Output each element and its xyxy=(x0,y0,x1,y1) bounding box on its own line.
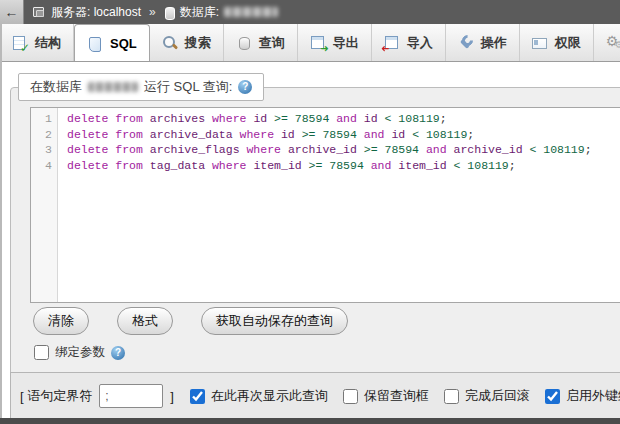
token-id: archive_id xyxy=(454,143,530,156)
token-pun: ; xyxy=(509,159,516,172)
back-arrow-icon: ← xyxy=(5,4,19,20)
token-id: id xyxy=(391,128,412,141)
token-kw: delete from xyxy=(67,128,150,141)
token-id: archive_data xyxy=(150,128,240,141)
tab-routines[interactable] xyxy=(594,24,620,61)
sql-icon xyxy=(87,36,103,52)
token-id: item_id xyxy=(253,159,308,172)
footer-option-label: 启用外键约束 xyxy=(566,387,620,405)
token-kw: delete from xyxy=(67,112,150,125)
bind-parameters-label: 绑定参数 xyxy=(55,344,105,361)
tab-SQL[interactable]: SQL xyxy=(74,24,150,62)
delimiter-open-bracket: [ xyxy=(20,389,24,404)
token-id: item_id xyxy=(398,159,453,172)
editor-code[interactable]: delete from archives where id >= 78594 a… xyxy=(58,108,592,302)
query-box-legend: 在数据库 运行 SQL 查询: ? xyxy=(18,73,264,101)
footer-option-label: 保留查询框 xyxy=(364,387,429,405)
token-id: id xyxy=(253,112,274,125)
footer-option-checkbox[interactable] xyxy=(444,389,459,404)
tab-label: 查询 xyxy=(259,34,285,52)
token-id: id xyxy=(281,128,302,141)
token-num: >= 78594 xyxy=(274,112,336,125)
tab-label: 操作 xyxy=(481,34,507,52)
privileges-icon xyxy=(532,35,548,51)
footer-option-checkbox[interactable] xyxy=(545,389,560,404)
footer-option: 保留查询框 xyxy=(343,387,429,405)
footer-option-label: 在此再次显示此查询 xyxy=(211,387,328,405)
tab-label: 导入 xyxy=(407,34,433,52)
tab-导入[interactable]: 导入 xyxy=(372,24,446,61)
footer-options: 在此再次显示此查询保留查询框完成后回滚启用外键约束 xyxy=(190,387,620,405)
footer-option-label: 完成后回滚 xyxy=(465,387,530,405)
footer-option: 在此再次显示此查询 xyxy=(190,387,328,405)
tab-结构[interactable]: 结构 xyxy=(0,24,74,61)
code-line[interactable]: delete from archive_data where id >= 785… xyxy=(67,127,592,143)
token-kw: where xyxy=(240,128,281,141)
token-kw: and xyxy=(426,143,454,156)
breadcrumb-database-label[interactable]: 数据库: xyxy=(180,4,219,21)
editor-button-row: 清除 格式 获取自动保存的查询 xyxy=(33,307,348,335)
tab-查询[interactable]: 查询 xyxy=(224,24,298,61)
tab-操作[interactable]: 操作 xyxy=(446,24,520,61)
breadcrumb: ← 服务器: localhost » 数据库: xyxy=(0,0,620,24)
database-icon xyxy=(164,6,175,19)
bind-parameters-help-icon[interactable]: ? xyxy=(111,346,125,360)
back-button[interactable]: ← xyxy=(0,0,24,24)
line-number: 2 xyxy=(31,127,57,143)
bind-parameters-checkbox[interactable] xyxy=(34,345,49,360)
database-name-redacted xyxy=(224,7,278,17)
editor-line-numbers: 1234 xyxy=(31,108,58,302)
token-num: < 108119 xyxy=(385,112,440,125)
query-icon xyxy=(236,35,252,51)
footer-option-checkbox[interactable] xyxy=(190,389,205,404)
tab-label: 搜索 xyxy=(185,34,211,52)
tab-搜索[interactable]: 搜索 xyxy=(150,24,224,61)
token-kw: where xyxy=(212,159,253,172)
token-kw: and xyxy=(336,112,364,125)
token-kw: delete from xyxy=(67,143,150,156)
code-line[interactable]: delete from archives where id >= 78594 a… xyxy=(67,111,592,127)
breadcrumb-server[interactable]: 服务器: localhost xyxy=(51,4,141,21)
token-num: >= 78594 xyxy=(302,128,364,141)
tab-label: 结构 xyxy=(35,34,61,52)
token-num: < 108119 xyxy=(412,128,467,141)
routines-gears-icon xyxy=(606,35,620,51)
token-pun: ; xyxy=(440,112,447,125)
help-icon[interactable]: ? xyxy=(238,80,252,94)
search-icon xyxy=(162,35,178,51)
tab-label: SQL xyxy=(110,36,137,51)
tab-导出[interactable]: 导出 xyxy=(298,24,372,61)
sql-editor[interactable]: 1234 delete from archives where id >= 78… xyxy=(30,107,620,303)
code-line[interactable]: delete from tag_data where item_id >= 78… xyxy=(67,158,592,174)
token-num: >= 78594 xyxy=(364,143,426,156)
delimiter-input[interactable] xyxy=(99,384,163,408)
token-kw: and xyxy=(364,128,392,141)
operations-icon xyxy=(458,35,474,51)
footer-option: 完成后回滚 xyxy=(444,387,530,405)
footer-option-checkbox[interactable] xyxy=(343,389,358,404)
tab-bar: 结构SQL搜索查询导出导入操作权限 xyxy=(0,24,620,62)
tab-权限[interactable]: 权限 xyxy=(520,24,594,61)
get-autosaved-query-button[interactable]: 获取自动保存的查询 xyxy=(201,307,348,335)
server-icon xyxy=(32,6,46,19)
legend-suffix: 运行 SQL 查询: xyxy=(144,78,232,96)
token-id: archive_flags xyxy=(150,143,247,156)
token-num: < 108119 xyxy=(454,159,509,172)
token-pun: ; xyxy=(585,143,592,156)
token-pun: ; xyxy=(467,128,474,141)
window-bottom-strip xyxy=(0,418,620,424)
code-line[interactable]: delete from archive_flags where archive_… xyxy=(67,142,592,158)
token-kw: where xyxy=(212,112,253,125)
bind-parameters-row: 绑定参数 ? xyxy=(34,344,125,361)
legend-prefix: 在数据库 xyxy=(30,78,82,96)
format-button[interactable]: 格式 xyxy=(117,307,173,335)
breadcrumb-separator: » xyxy=(149,5,156,19)
token-id: id xyxy=(364,112,385,125)
query-options-footer: [ 语句定界符 ] 在此再次显示此查询保留查询框完成后回滚启用外键约束 xyxy=(10,372,620,420)
footer-option: 启用外键约束 xyxy=(545,387,620,405)
clear-button[interactable]: 清除 xyxy=(33,307,89,335)
import-icon xyxy=(384,35,400,51)
legend-database-name-redacted xyxy=(88,82,138,92)
token-kw: where xyxy=(246,143,287,156)
token-id: archive_id xyxy=(288,143,364,156)
